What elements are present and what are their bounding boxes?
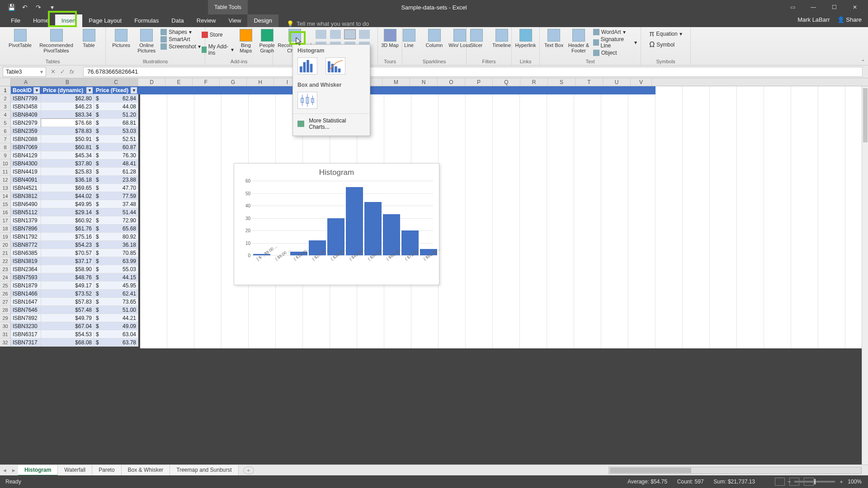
row-header[interactable]: 19 — [0, 233, 11, 241]
table-cell[interactable]: $78.83 — [41, 127, 94, 135]
row-header[interactable]: 28 — [0, 306, 11, 314]
table-header[interactable]: Price (Fixed)▾ — [94, 86, 138, 94]
table-header[interactable]: Price (dynamic)▾ — [41, 86, 94, 94]
online-pictures-button[interactable]: Online Pictures — [135, 29, 158, 53]
table-cell[interactable]: $65.68 — [94, 225, 138, 233]
redo-icon[interactable]: ↷ — [33, 2, 44, 13]
table-cell[interactable]: $44.08 — [94, 103, 138, 111]
box-whisker-option[interactable] — [297, 92, 317, 109]
row-header[interactable]: 6 — [0, 127, 11, 135]
column-header[interactable]: C — [94, 78, 138, 86]
table-cell[interactable]: $76.68 — [41, 119, 94, 127]
table-cell[interactable]: ISBN7593 — [11, 273, 41, 282]
tab-data[interactable]: Data — [165, 14, 190, 27]
qat-customize-icon[interactable]: ▾ — [46, 2, 58, 13]
table-cell[interactable]: ISBN7799 — [11, 94, 41, 103]
table-cell[interactable]: $62.84 — [94, 94, 138, 103]
table-cell[interactable]: $44.15 — [94, 273, 138, 282]
table-cell[interactable]: $48.76 — [41, 273, 94, 282]
table-cell[interactable]: $57.83 — [41, 298, 94, 306]
tab-pagelayout[interactable]: Page Layout — [82, 14, 128, 27]
table-cell[interactable]: $51.20 — [94, 111, 138, 119]
pictures-button[interactable]: Pictures — [110, 29, 132, 48]
sparkline-line-button[interactable]: Line — [398, 29, 420, 48]
table-cell[interactable]: ISBN5112 — [11, 208, 41, 216]
table-cell[interactable]: $49.79 — [41, 314, 94, 322]
column-header[interactable]: S — [548, 78, 576, 86]
table-cell[interactable]: $36.18 — [41, 176, 94, 184]
row-header[interactable]: 25 — [0, 282, 11, 290]
select-all-corner[interactable] — [0, 78, 11, 86]
stat-chart-icon[interactable] — [344, 30, 355, 39]
bar-chart-icon[interactable] — [359, 30, 370, 39]
table-cell[interactable]: ISBN7646 — [11, 306, 41, 314]
table-cell[interactable]: ISBN4300 — [11, 160, 41, 168]
hscroll-thumb[interactable] — [610, 468, 691, 473]
table-cell[interactable]: $48.41 — [94, 160, 138, 168]
row-header[interactable]: 22 — [0, 257, 11, 265]
table-cell[interactable]: $61.28 — [94, 168, 138, 176]
row-header[interactable]: 16 — [0, 208, 11, 216]
row-header[interactable]: 17 — [0, 216, 11, 225]
table-cell[interactable]: $63.99 — [94, 257, 138, 265]
row-header[interactable]: 2 — [0, 94, 11, 103]
table-cell[interactable]: $73.52 — [41, 290, 94, 298]
column-header[interactable]: N — [410, 78, 438, 86]
zoom-in-icon[interactable]: ＋ — [839, 478, 844, 486]
table-header[interactable]: BookID▾ — [11, 86, 41, 94]
table-cell[interactable]: $49.95 — [41, 200, 94, 208]
tab-insert[interactable]: Insert — [55, 14, 83, 27]
table-cell[interactable]: $23.88 — [94, 176, 138, 184]
table-cell[interactable]: ISBN4419 — [11, 168, 41, 176]
row-header[interactable]: 32 — [0, 338, 11, 347]
table-cell[interactable]: $25.83 — [41, 168, 94, 176]
table-cell[interactable]: $58.90 — [41, 265, 94, 273]
row-header[interactable]: 23 — [0, 265, 11, 273]
table-cell[interactable]: ISBN8772 — [11, 241, 41, 249]
minimize-icon[interactable]: — — [803, 0, 824, 14]
signature-line-button[interactable]: Signature Line ▾ — [593, 36, 637, 49]
vertical-scrollbar[interactable] — [862, 86, 868, 465]
table-cell[interactable]: $54.23 — [41, 241, 94, 249]
table-cell[interactable]: $37.80 — [41, 160, 94, 168]
sparkline-column-button[interactable]: Column — [423, 29, 446, 48]
table-cell[interactable]: ISBN7896 — [11, 225, 41, 233]
table-cell[interactable]: ISBN2979 — [11, 119, 41, 127]
sheet-nav-next-icon[interactable]: ▸ — [9, 467, 18, 474]
row-header[interactable]: 12 — [0, 176, 11, 184]
table-cell[interactable]: $60.87 — [94, 143, 138, 151]
column-header[interactable]: V — [631, 78, 652, 86]
table-cell[interactable]: $44.02 — [41, 192, 94, 200]
table-cell[interactable]: $70.85 — [94, 249, 138, 257]
table-cell[interactable]: ISBN8409 — [11, 111, 41, 119]
table-cell[interactable]: $83.34 — [41, 111, 94, 119]
row-header[interactable]: 15 — [0, 200, 11, 208]
table-cell[interactable]: $60.92 — [41, 216, 94, 225]
column-header[interactable]: Q — [493, 78, 520, 86]
row-header[interactable]: 11 — [0, 168, 11, 176]
zoom-out-icon[interactable]: − — [788, 479, 791, 485]
table-cell[interactable]: $55.03 — [94, 265, 138, 273]
table-cell[interactable]: ISBN2359 — [11, 127, 41, 135]
screenshot-button[interactable]: Screenshot ▾ — [160, 43, 201, 50]
table-cell[interactable]: $49.09 — [94, 322, 138, 330]
table-cell[interactable]: $77.59 — [94, 192, 138, 200]
table-cell[interactable]: ISBN7069 — [11, 143, 41, 151]
table-cell[interactable]: $68.08 — [41, 338, 94, 347]
table-cell[interactable]: $76.30 — [94, 151, 138, 160]
column-header[interactable]: M — [382, 78, 410, 86]
account-user[interactable]: Mark LaBarr — [797, 16, 830, 23]
normal-view-icon[interactable] — [775, 478, 785, 486]
tab-review[interactable]: Review — [190, 14, 222, 27]
table-cell[interactable]: ISBN7317 — [11, 338, 41, 347]
row-header[interactable]: 10 — [0, 160, 11, 168]
table-cell[interactable]: ISBN4091 — [11, 176, 41, 184]
table-cell[interactable]: ISBN6385 — [11, 249, 41, 257]
zoom-value[interactable]: 100% — [848, 479, 862, 485]
row-header[interactable]: 5 — [0, 119, 11, 127]
equation-button[interactable]: π Equation ▾ — [649, 30, 682, 38]
row-header[interactable]: 4 — [0, 111, 11, 119]
shapes-button[interactable]: Shapes ▾ — [160, 29, 201, 35]
row-header[interactable]: 21 — [0, 249, 11, 257]
table-cell[interactable]: $80.92 — [94, 233, 138, 241]
